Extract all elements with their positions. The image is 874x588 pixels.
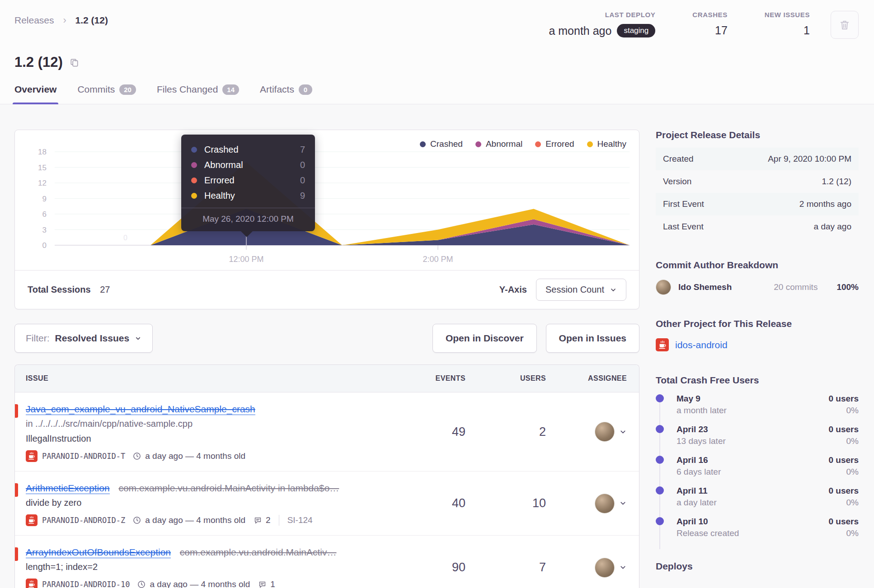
tab[interactable]: Overview [14, 84, 56, 104]
issues-table-header: ISSUE EVENTS USERS ASSIGNEE [15, 365, 639, 392]
stat-label: CRASHES [692, 11, 728, 19]
timeline-dot-icon [656, 486, 664, 495]
timeline-percentage: 0% [828, 497, 859, 509]
detail-value: 2 months ago [799, 199, 851, 209]
legend-dot-icon [587, 141, 593, 147]
detail-row: Last Event a day ago [656, 215, 859, 238]
chevron-down-icon [135, 335, 141, 342]
stat-last-deploy: LAST DEPLOY a month ago staging [549, 11, 655, 37]
sessions-area-chart[interactable]: 036912151812:00 PM2:00 PM0 [15, 130, 639, 270]
tab[interactable]: Commits 20 [77, 84, 136, 104]
chevron-down-icon[interactable] [619, 428, 627, 436]
assignee-avatar[interactable] [595, 558, 615, 578]
issue-short-id: SI-124 [287, 515, 313, 525]
legend-item[interactable]: Abnormal [475, 139, 522, 149]
issue-title-link[interactable]: Java_com_example_vu_android_NativeSample… [26, 404, 255, 415]
timeline-dot-icon [656, 456, 664, 464]
author-avatar [656, 280, 671, 295]
comment-count-value: 1 [270, 579, 275, 588]
timeline-dot-icon [656, 394, 664, 402]
tooltip-dot-icon [191, 193, 197, 199]
issues-filter-dropdown[interactable]: Filter: Resolved Issues [14, 324, 153, 353]
timeline-date: April 10 [677, 516, 739, 527]
column-events: EVENTS [398, 374, 465, 383]
assignee-avatar[interactable] [595, 422, 615, 442]
legend-label: Crashed [430, 139, 463, 149]
tooltip-series-value: 0 [300, 175, 305, 186]
tooltip-row: Crashed 7 [181, 142, 315, 157]
copy-icon [69, 57, 80, 68]
other-project-link[interactable]: idos-android [675, 340, 728, 350]
project-slug: PARANOID-ANDROID-Z [42, 516, 125, 525]
legend-label: Abnormal [486, 139, 522, 149]
trash-icon [839, 19, 851, 31]
java-project-icon [26, 514, 38, 526]
clock-icon [137, 580, 146, 588]
detail-label: First Event [663, 199, 704, 209]
tooltip-row: Errored 0 [181, 173, 315, 188]
tab-label: Overview [14, 84, 56, 95]
timeline-percentage: 0% [828, 435, 859, 447]
tooltip-row: Healthy 9 [181, 188, 315, 203]
release-tabs: Overview Commits 20 Files Changed 14 Art… [14, 84, 859, 104]
column-assignee: ASSIGNEE [546, 374, 639, 383]
timeline-sublabel: Release created [677, 527, 739, 539]
issue-message: divide by zero [26, 495, 398, 510]
tab-count-badge: 14 [222, 84, 239, 95]
issue-title-link[interactable]: ArithmeticException [26, 483, 110, 494]
chart-tooltip: Crashed 7 Abnormal 0 Errored [181, 135, 315, 231]
issue-age: a day ago — 4 months old [145, 515, 245, 525]
svg-text:12: 12 [38, 179, 47, 187]
issue-message: length=1; index=2 [26, 560, 398, 574]
issue-location: in ../../../../src/main/cpp/native-sampl… [26, 416, 398, 431]
issue-row: ArithmeticException com.example.vu.andro… [15, 471, 639, 536]
issue-users-count: 10 [465, 496, 546, 510]
chevron-down-icon[interactable] [619, 499, 627, 507]
open-in-issues-button[interactable]: Open in Issues [546, 324, 639, 353]
stat-crashes: CRASHES 17 [692, 11, 728, 37]
breadcrumb-releases-link[interactable]: Releases [14, 15, 54, 25]
legend-item[interactable]: Healthy [587, 139, 626, 149]
comment-count[interactable]: 2 [254, 515, 271, 525]
issue-users-count: 7 [465, 560, 546, 574]
open-in-discover-button[interactable]: Open in Discover [432, 324, 537, 353]
timeline-percentage: 0% [828, 466, 859, 478]
svg-text:6: 6 [42, 210, 47, 219]
timeline-date: May 9 [677, 393, 727, 405]
chevron-down-icon [610, 286, 617, 294]
tab-label: Files Changed [157, 84, 218, 95]
tooltip-series-label: Crashed [204, 145, 300, 155]
svg-text:12:00 PM: 12:00 PM [229, 255, 263, 264]
copy-version-button[interactable] [69, 57, 80, 68]
timeline-date: April 16 [677, 454, 721, 466]
project-slug: PARANOID-ANDROID-T [42, 452, 125, 461]
tab-count-badge: 0 [299, 84, 312, 95]
tab[interactable]: Files Changed 14 [157, 84, 239, 104]
svg-text:18: 18 [38, 148, 47, 156]
comment-count[interactable]: 1 [258, 579, 275, 588]
issues-toolbar: Filter: Resolved Issues Open in Discover… [14, 324, 639, 353]
chevron-down-icon[interactable] [619, 564, 627, 571]
delete-release-button[interactable] [831, 11, 859, 39]
crash-free-timeline-item: April 23 13 days later 0 users 0% [656, 424, 859, 447]
issue-events-count: 49 [398, 425, 465, 439]
tab[interactable]: Artifacts 0 [260, 84, 312, 104]
divider [279, 515, 279, 526]
legend-item[interactable]: Crashed [420, 139, 463, 149]
yaxis-select[interactable]: Session Count [536, 279, 626, 301]
issue-title-link[interactable]: ArrayIndexOutOfBoundsException [26, 547, 171, 558]
section-heading: Project Release Details [656, 130, 859, 140]
tooltip-dot-icon [191, 162, 197, 168]
deploys-heading: Deploys [656, 561, 859, 572]
tooltip-series-label: Abnormal [204, 160, 300, 170]
stat-label: NEW ISSUES [765, 11, 810, 19]
legend-item[interactable]: Errored [535, 139, 574, 149]
column-issue: ISSUE [15, 374, 398, 383]
svg-text:0: 0 [42, 241, 47, 250]
assignee-avatar[interactable] [595, 494, 615, 513]
detail-label: Created [663, 154, 694, 164]
chart-footer: Total Sessions 27 Y-Axis Session Count [15, 270, 639, 309]
filter-label: Filter: [26, 333, 50, 344]
comment-icon [258, 580, 267, 588]
crash-free-timeline-item: May 9 a month later 0 users 0% [656, 393, 859, 416]
